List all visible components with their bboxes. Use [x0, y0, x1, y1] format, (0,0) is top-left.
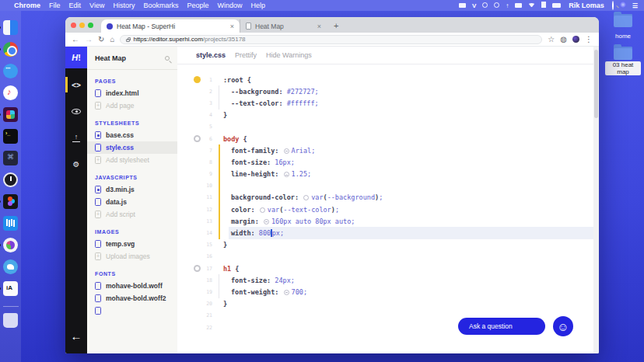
- code-area[interactable]: 1:root {2--background: #272727;3--text-c…: [177, 64, 593, 333]
- display-icon[interactable]: [515, 2, 522, 9]
- tab-close-icon[interactable]: ×: [230, 23, 234, 30]
- code-line[interactable]: 5: [177, 121, 593, 133]
- menu-item-edit[interactable]: Edit: [69, 2, 82, 9]
- wifi-icon[interactable]: [528, 2, 535, 9]
- extension-icon[interactable]: ◍: [560, 36, 567, 44]
- sidebar-add-item[interactable]: Add stylesheet: [87, 154, 177, 166]
- menu-item-history[interactable]: History: [113, 2, 135, 9]
- menu-kebab-icon[interactable]: ⋮: [585, 36, 593, 44]
- code-line[interactable]: 9line-height: 1.25;: [177, 169, 593, 180]
- editor-scrollbar[interactable]: [593, 47, 599, 353]
- menu-item-people[interactable]: People: [187, 2, 208, 9]
- ask-question-button[interactable]: Ask a question: [458, 318, 545, 335]
- help-smiley-button[interactable]: ☺: [553, 316, 573, 336]
- sidebar-item-data.js[interactable]: data.js: [87, 196, 177, 208]
- code-line[interactable]: 2--background: #272727;: [177, 85, 593, 97]
- spotlight-search-icon[interactable]: [612, 2, 614, 9]
- code-line[interactable]: 10: [177, 180, 593, 192]
- clock-icon[interactable]: [482, 2, 488, 9]
- menu-item-view[interactable]: View: [89, 2, 104, 9]
- dock-item-intercom[interactable]: [3, 216, 18, 231]
- forward-icon[interactable]: →: [85, 36, 93, 44]
- value-stepper-icon[interactable]: [284, 148, 289, 154]
- code-line[interactable]: 11background-color: var(--background);: [177, 192, 593, 204]
- menu-item-window[interactable]: Window: [217, 2, 242, 9]
- menubar-username[interactable]: Rik Lomas: [569, 2, 604, 9]
- menu-item-help[interactable]: Help: [250, 2, 265, 9]
- code-line[interactable]: 17h1 {: [177, 263, 593, 274]
- search-icon[interactable]: [165, 56, 170, 61]
- dock-item-trash[interactable]: [3, 313, 18, 328]
- sidebar-item-style.css[interactable]: style.css: [87, 141, 177, 154]
- editor-filename-tab[interactable]: style.css: [196, 51, 226, 59]
- zoom-window-button[interactable]: [88, 23, 93, 28]
- record-icon[interactable]: [494, 2, 499, 9]
- sidebar-item-index.html[interactable]: index.html: [87, 87, 177, 99]
- vpn-icon[interactable]: V: [472, 2, 476, 9]
- address-bar[interactable]: https://editor.superhi.com/projects/3517…: [120, 35, 542, 44]
- dock-item-bird[interactable]: [3, 259, 18, 274]
- color-swatch-icon[interactable]: [260, 207, 265, 213]
- dock-item-chat[interactable]: [3, 64, 18, 78]
- code-view-icon[interactable]: <>: [65, 75, 87, 95]
- screen-mirroring-icon[interactable]: [459, 2, 466, 9]
- warning-icon[interactable]: [194, 76, 201, 83]
- sidebar-add-item[interactable]: Upload images: [87, 250, 177, 263]
- new-tab-button[interactable]: +: [334, 21, 338, 30]
- value-stepper-icon[interactable]: [284, 290, 289, 295]
- code-line[interactable]: 15}: [177, 239, 593, 251]
- dock-item-chrome[interactable]: [3, 42, 18, 57]
- code-line[interactable]: 7font-family: Arial;: [177, 144, 593, 156]
- superhi-logo[interactable]: H!: [65, 47, 87, 68]
- code-line[interactable]: 3--text-color: #ffffff;: [177, 97, 593, 109]
- dock-item-term[interactable]: [3, 129, 18, 144]
- reload-icon[interactable]: ↻: [98, 36, 104, 44]
- value-stepper-icon[interactable]: [284, 172, 289, 177]
- close-window-button[interactable]: [71, 23, 76, 28]
- code-line[interactable]: 19font-weight: 700;: [177, 286, 593, 298]
- dock-item-codeapp[interactable]: [3, 151, 18, 165]
- dock-item-screenflow[interactable]: [3, 238, 18, 252]
- battery-icon[interactable]: [552, 2, 561, 9]
- avatar[interactable]: [572, 36, 579, 43]
- tab-heat-map[interactable]: Heat Map ×: [240, 19, 327, 33]
- color-swatch-icon[interactable]: [303, 195, 309, 200]
- scrollbar-thumb[interactable]: [594, 50, 598, 118]
- sidebar-item-mohave-bold.woff[interactable]: mohave-bold.woff: [87, 280, 177, 292]
- tab-close-icon[interactable]: ×: [317, 23, 321, 30]
- code-editor[interactable]: style.css Prettify Hide Warnings 1:root …: [177, 47, 593, 353]
- sidebar-add-item[interactable]: Add page: [87, 99, 177, 112]
- sidebar-item-mohave-bold.woff2[interactable]: mohave-bold.woff2: [87, 292, 177, 305]
- desktop-folder[interactable]: home: [605, 14, 641, 41]
- fold-icon[interactable]: [194, 135, 201, 142]
- back-arrow-icon[interactable]: ←: [65, 329, 87, 343]
- home-icon[interactable]: ⌂: [110, 36, 114, 44]
- code-line[interactable]: 12color: var(--text-color);: [177, 204, 593, 215]
- notification-center-icon[interactable]: ☰: [632, 2, 638, 9]
- tab-heat-map-superhi[interactable]: Heat Map - SuperHi ×: [101, 19, 240, 33]
- dock-item-music[interactable]: [3, 85, 18, 100]
- dock-item-ia[interactable]: [3, 281, 18, 296]
- code-line[interactable]: 1:root {: [177, 74, 593, 85]
- minimize-window-button[interactable]: [79, 23, 85, 28]
- dock-item-finder[interactable]: [3, 20, 18, 35]
- hide-warnings-button[interactable]: Hide Warnings: [266, 51, 312, 59]
- desktop-folder[interactable]: 03 heat map: [605, 47, 641, 77]
- fold-icon[interactable]: [194, 265, 201, 272]
- code-line[interactable]: 18font-size: 24px;: [177, 274, 593, 286]
- sidebar-item-temp.svg[interactable]: temp.svg: [87, 238, 177, 250]
- sidebar-item-base.css[interactable]: base.css: [87, 129, 177, 141]
- code-line[interactable]: 8font-size: 16px;: [177, 156, 593, 168]
- code-line[interactable]: 16: [177, 251, 593, 263]
- code-line[interactable]: 4}: [177, 110, 593, 121]
- dock-item-slack[interactable]: [3, 107, 18, 122]
- sidebar-item-d3.min.js[interactable]: d3.min.js: [87, 183, 177, 196]
- back-icon[interactable]: ←: [72, 36, 79, 44]
- code-line[interactable]: 20}: [177, 298, 593, 310]
- code-line[interactable]: 13margin: 160px auto 80px auto;: [177, 215, 593, 227]
- upload-arrow-icon[interactable]: ↑: [506, 2, 509, 9]
- menu-item-chrome[interactable]: Chrome: [14, 2, 40, 9]
- bookmark-star-icon[interactable]: ☆: [548, 36, 555, 44]
- code-line[interactable]: 14width: 800px;: [177, 227, 593, 238]
- preview-eye-icon[interactable]: [65, 101, 87, 121]
